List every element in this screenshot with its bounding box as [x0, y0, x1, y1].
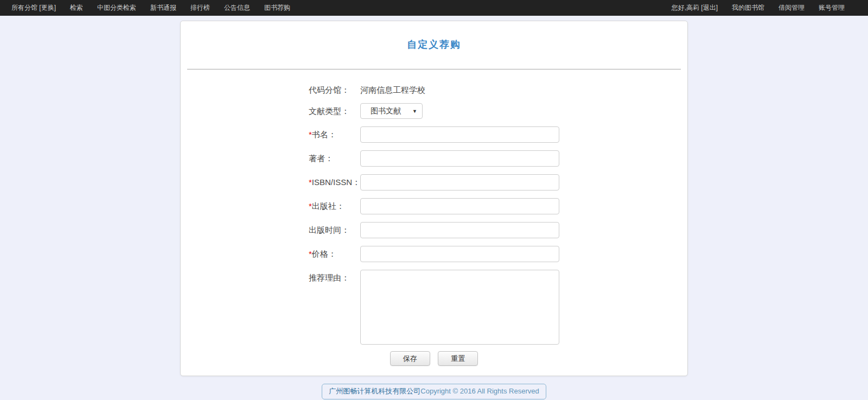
page-footer: 广州图畅计算机科技有限公司Copyright © 2016 All Rights… [0, 384, 868, 399]
form-row-publish-date: 出版时间： [181, 222, 687, 238]
footer-box: 广州图畅计算机科技有限公司Copyright © 2016 All Rights… [322, 384, 546, 399]
publish-date-label: 出版时间： [309, 222, 360, 236]
form-row-author: 著者： [181, 150, 687, 167]
page-title: 自定义荐购 [181, 21, 687, 51]
price-label: *价格： [309, 246, 360, 259]
book-name-input[interactable] [360, 126, 559, 143]
author-input[interactable] [360, 150, 559, 167]
footer-copyright: Copyright © 2016 All Rights Reserved [420, 387, 539, 395]
doc-type-label-text: 文献类型： [309, 106, 349, 116]
doc-type-select[interactable]: 图书文献 ▼ [360, 103, 423, 119]
isbn-label-text: ISBN/ISSN： [312, 177, 360, 187]
branch-label: 代码分馆： [309, 82, 360, 96]
reason-label: 推荐理由： [309, 270, 360, 283]
isbn-label: *ISBN/ISSN： [309, 174, 360, 188]
price-input[interactable] [360, 246, 559, 262]
navbar-right-group: 您好,高莉 [退出] 我的图书馆 借阅管理 账号管理 [665, 0, 852, 16]
nav-item-user-greeting-logout[interactable]: 您好,高莉 [退出] [665, 0, 725, 16]
book-name-label: *书名： [309, 126, 360, 140]
publisher-input[interactable] [360, 198, 559, 214]
recommendation-form-card: 自定义荐购 代码分馆： 河南信息工程学校 文献类型： 图书文献 ▼ *书名： [180, 21, 688, 376]
branch-value: 河南信息工程学校 [360, 82, 425, 96]
form-row-branch: 代码分馆： 河南信息工程学校 [181, 82, 687, 96]
nav-item-account-management[interactable]: 账号管理 [812, 0, 852, 16]
price-label-text: 价格： [312, 249, 336, 258]
doc-type-label: 文献类型： [309, 103, 360, 117]
form-row-price: *价格： [181, 246, 687, 262]
nav-item-new-books[interactable]: 新书通报 [143, 0, 183, 16]
nav-item-all-branches[interactable]: 所有分馆 [更换] [4, 0, 63, 16]
book-name-label-text: 书名： [312, 130, 336, 139]
page-body: 自定义荐购 代码分馆： 河南信息工程学校 文献类型： 图书文献 ▼ *书名： [0, 16, 868, 399]
reason-textarea[interactable] [360, 270, 559, 345]
author-label: 著者： [309, 150, 360, 164]
isbn-input[interactable] [360, 174, 559, 191]
top-navbar: 所有分馆 [更换] 检索 中图分类检索 新书通报 排行榜 公告信息 图书荐购 您… [0, 0, 868, 16]
nav-item-search[interactable]: 检索 [63, 0, 90, 16]
save-button[interactable]: 保存 [390, 351, 430, 366]
form-button-row: 保存 重置 [181, 351, 687, 366]
form-row-reason: 推荐理由： [181, 270, 687, 345]
reason-label-text: 推荐理由： [309, 273, 349, 282]
nav-item-ranking[interactable]: 排行榜 [183, 0, 217, 16]
publish-date-label-text: 出版时间： [309, 225, 349, 234]
doc-type-selected-value: 图书文献 [371, 106, 401, 116]
form-row-isbn: *ISBN/ISSN： [181, 174, 687, 191]
publish-date-input[interactable] [360, 222, 559, 238]
nav-item-book-recommend[interactable]: 图书荐购 [257, 0, 297, 16]
publisher-label-text: 出版社： [312, 201, 344, 211]
nav-item-borrow-management[interactable]: 借阅管理 [771, 0, 812, 16]
form-row-publisher: *出版社： [181, 198, 687, 214]
publisher-label: *出版社： [309, 198, 360, 212]
nav-item-my-library[interactable]: 我的图书馆 [725, 0, 771, 16]
nav-item-announcements[interactable]: 公告信息 [217, 0, 257, 16]
form-row-book-name: *书名： [181, 126, 687, 143]
reset-button[interactable]: 重置 [438, 351, 478, 366]
branch-label-text: 代码分馆： [309, 85, 349, 94]
navbar-left-group: 所有分馆 [更换] 检索 中图分类检索 新书通报 排行榜 公告信息 图书荐购 [4, 0, 297, 16]
form-row-doc-type: 文献类型： 图书文献 ▼ [181, 103, 687, 119]
author-label-text: 著者： [309, 154, 333, 163]
footer-company-link[interactable]: 广州图畅计算机科技有限公司 [329, 387, 420, 395]
recommendation-form: 代码分馆： 河南信息工程学校 文献类型： 图书文献 ▼ *书名： 著者： [181, 82, 687, 366]
dropdown-caret-icon: ▼ [412, 109, 417, 114]
title-divider [187, 69, 681, 69]
nav-item-clc-search[interactable]: 中图分类检索 [90, 0, 143, 16]
